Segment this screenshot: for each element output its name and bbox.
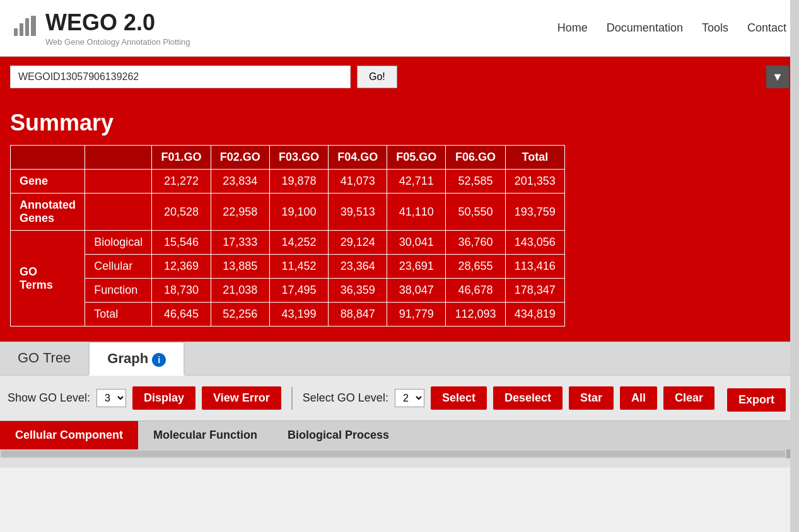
summary-title: Summary — [10, 110, 789, 136]
nav-documentation[interactable]: Documentation — [607, 21, 683, 35]
logo-area: WEGO 2.0 Web Gene Ontology Annotation Pl… — [13, 9, 190, 47]
table-row: AnnotatedGenes20,52822,95819,10039,51341… — [11, 194, 565, 231]
table-row: Total46,64552,25643,19988,84791,779112,0… — [11, 303, 565, 327]
view-error-button[interactable]: View Error — [202, 386, 281, 410]
tab-go-tree[interactable]: GO Tree — [0, 342, 88, 374]
table-row: Cellular12,36913,88511,45223,36423,69128… — [11, 255, 565, 279]
subtab-molecular[interactable]: Molecular Function — [138, 421, 272, 449]
nav-tools[interactable]: Tools — [702, 21, 728, 35]
deselect-button[interactable]: Deselect — [493, 386, 563, 410]
col-header-empty1 — [11, 146, 85, 170]
app-subtitle: Web Gene Ontology Annotation Plotting — [45, 37, 190, 47]
show-go-level-label: Show GO Level: — [8, 391, 90, 405]
select-button[interactable]: Select — [431, 386, 487, 410]
main-nav: Home Documentation Tools Contact — [557, 21, 786, 35]
table-row: GOTermsBiological15,54617,33314,25229,12… — [11, 231, 565, 255]
table-row: Gene21,27223,83419,87841,07342,71152,585… — [11, 170, 565, 194]
col-header-f01: F01.GO — [152, 146, 211, 170]
col-header-f05: F05.GO — [387, 146, 446, 170]
main-content: Summary F01.GO F02.GO F03.GO F04.GO F05.… — [0, 97, 799, 342]
dropdown-arrow-icon[interactable]: ▼ — [766, 66, 789, 88]
svg-rect-2 — [25, 18, 29, 36]
svg-rect-0 — [14, 28, 18, 36]
nav-contact[interactable]: Contact — [747, 21, 786, 35]
select-go-level-select[interactable]: 123456 — [395, 389, 424, 407]
subtab-cellular[interactable]: Cellular Component — [0, 421, 138, 449]
col-header-f03: F03.GO — [269, 146, 328, 170]
table-row: Function18,73021,03817,49536,35938,04746… — [11, 279, 565, 303]
logo-icon — [13, 13, 38, 43]
all-button[interactable]: All — [620, 386, 657, 410]
header: WEGO 2.0 Web Gene Ontology Annotation Pl… — [0, 0, 799, 57]
bottom-area: GO Tree Graphi Show GO Level: 123456 Dis… — [0, 342, 799, 468]
col-header-f02: F02.GO — [211, 146, 269, 170]
scrollbar-track[interactable] — [1, 451, 785, 457]
nav-home[interactable]: Home — [557, 21, 588, 35]
subtabs-row: Cellular Component Molecular Function Bi… — [0, 420, 799, 449]
summary-table: F01.GO F02.GO F03.GO F04.GO F05.GO F06.G… — [10, 145, 565, 327]
col-header-empty2 — [85, 146, 152, 170]
vertical-scrollbar[interactable] — [790, 0, 799, 532]
app-title: WEGO 2.0 — [45, 9, 190, 36]
col-header-f06: F06.GO — [446, 146, 505, 170]
export-button[interactable]: Export — [727, 388, 786, 412]
search-bar: Go! ▼ — [0, 57, 799, 97]
go-button[interactable]: Go! — [357, 66, 397, 88]
tabs-row: GO Tree Graphi — [0, 342, 799, 376]
svg-rect-1 — [20, 23, 23, 36]
logo-text: WEGO 2.0 Web Gene Ontology Annotation Pl… — [45, 9, 190, 47]
select-go-level-label: Select GO Level: — [303, 391, 388, 405]
display-button[interactable]: Display — [132, 386, 195, 410]
tab-graph[interactable]: Graphi — [88, 342, 185, 376]
svg-rect-3 — [31, 16, 36, 36]
subtab-biological[interactable]: Biological Process — [272, 421, 404, 449]
clear-button[interactable]: Clear — [663, 386, 714, 410]
graph-info-icon[interactable]: i — [152, 353, 166, 367]
controls-row: Show GO Level: 123456 Display View Error… — [0, 376, 799, 420]
col-header-f04: F04.GO — [329, 146, 387, 170]
horizontal-scrollbar[interactable]: ▶ — [0, 449, 799, 458]
star-button[interactable]: Star — [569, 386, 614, 410]
show-go-level-select[interactable]: 123456 — [96, 389, 126, 407]
col-header-total: Total — [505, 146, 564, 170]
search-input[interactable] — [10, 66, 351, 88]
separator — [291, 387, 293, 410]
